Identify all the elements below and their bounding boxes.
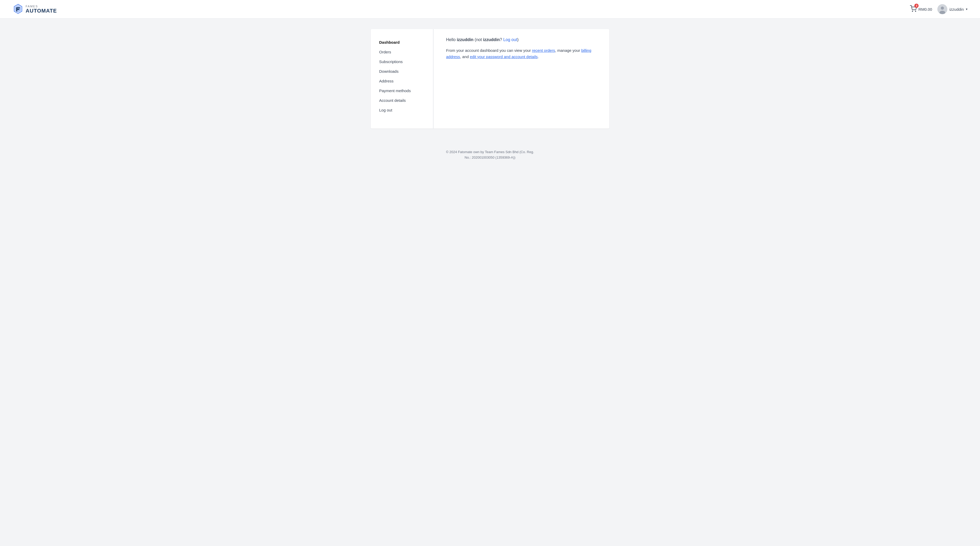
footer-line2: No.: 202001003050 (1359369-A)) — [6, 155, 974, 160]
sidebar-item-downloads[interactable]: Downloads — [371, 67, 434, 76]
description-end: . — [538, 54, 539, 59]
footer: © 2024 Fatomate own by Team Fames Sdn Bh… — [0, 139, 980, 169]
logo-fames-label: FAMES — [25, 5, 57, 8]
chevron-down-icon: ▾ — [966, 7, 967, 11]
hello-close: ) — [517, 37, 519, 42]
svg-point-2 — [912, 11, 913, 11]
hello-suffix: ? — [500, 37, 503, 42]
sidebar-nav: Dashboard Orders Subscriptions Downloads… — [371, 37, 434, 115]
logo-icon — [13, 4, 24, 14]
header: FAMES AUTOMATE 0 RM0.00 — [0, 0, 980, 19]
sidebar-divider — [433, 29, 434, 129]
cart-amount: RM0.00 — [918, 7, 932, 11]
header-right: 0 RM0.00 izzuddin ▾ — [910, 4, 967, 14]
cart-icon-wrapper: 0 — [910, 5, 917, 13]
hello-middle: (not — [474, 37, 483, 42]
user-menu-button[interactable]: izzuddin ▾ — [937, 4, 967, 14]
svg-point-5 — [941, 6, 944, 10]
sidebar-item-account-details[interactable]: Account details — [371, 96, 434, 105]
description-and: , and — [460, 54, 470, 59]
main-content: Dashboard Orders Subscriptions Downloads… — [364, 29, 616, 129]
sidebar-item-dashboard[interactable]: Dashboard — [371, 37, 434, 47]
account-card: Dashboard Orders Subscriptions Downloads… — [371, 29, 609, 129]
cart-button[interactable]: 0 RM0.00 — [910, 5, 932, 13]
logo-automate-label: AUTOMATE — [25, 8, 57, 14]
sidebar: Dashboard Orders Subscriptions Downloads… — [371, 29, 434, 129]
dashboard-content: Hello izzuddin (not izzuddin? Log out) F… — [434, 29, 609, 129]
sidebar-item-address[interactable]: Address — [371, 76, 434, 86]
footer-line1: © 2024 Fatomate own by Team Fames Sdn Bh… — [6, 150, 974, 155]
hello-message: Hello izzuddin (not izzuddin? Log out) — [446, 37, 597, 42]
username-label: izzuddin — [950, 7, 964, 11]
hello-username: izzuddin — [457, 37, 474, 42]
recent-orders-link[interactable]: recent orders — [532, 48, 555, 53]
svg-point-3 — [915, 11, 916, 11]
logo-link[interactable]: FAMES AUTOMATE — [13, 4, 57, 14]
cart-badge: 0 — [914, 4, 918, 8]
hello-prefix: Hello — [446, 37, 457, 42]
hello-not-username: izzuddin — [483, 37, 500, 42]
sidebar-item-orders[interactable]: Orders — [371, 47, 434, 57]
sidebar-item-subscriptions[interactable]: Subscriptions — [371, 57, 434, 67]
description-middle: , manage your — [555, 48, 581, 53]
logo-text: FAMES AUTOMATE — [25, 5, 57, 14]
avatar — [937, 4, 947, 14]
logout-link-inline[interactable]: Log out — [503, 37, 517, 42]
sidebar-item-log-out[interactable]: Log out — [371, 105, 434, 115]
account-details-link[interactable]: edit your password and account details — [470, 54, 538, 59]
sidebar-item-payment-methods[interactable]: Payment methods — [371, 86, 434, 96]
dashboard-description: From your account dashboard you can view… — [446, 47, 597, 60]
description-prefix: From your account dashboard you can view… — [446, 48, 532, 53]
